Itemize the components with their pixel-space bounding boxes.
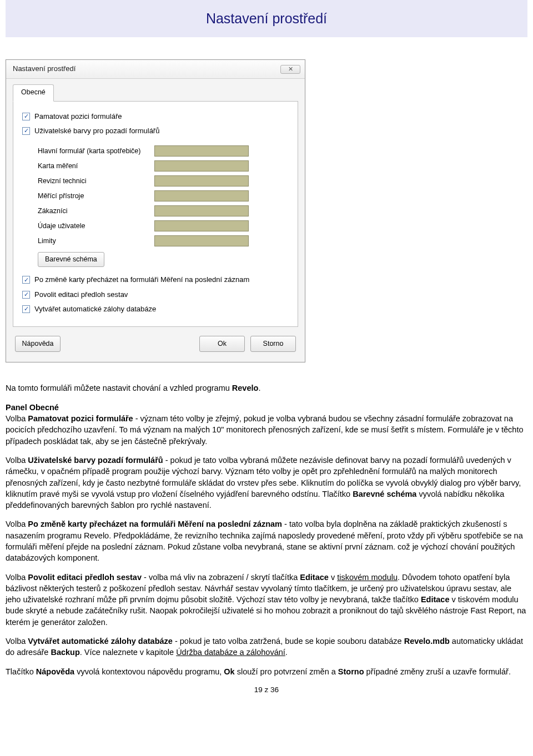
color-row-technicians: Revizní technici: [38, 174, 289, 189]
color-scheme-button[interactable]: Barevné schéma: [38, 252, 104, 268]
checkbox-label: Povolit editaci předloh sestav: [34, 290, 128, 300]
dialog-titlebar: Nastavení prostředí ✕: [6, 60, 305, 79]
ok-button[interactable]: Ok: [199, 336, 245, 352]
checkbox-label: Po změně karty přecházet na formuláři Mě…: [34, 275, 249, 285]
color-swatch[interactable]: [154, 235, 249, 246]
settings-dialog: Nastavení prostředí ✕ Obecné ✓ Pamatovat…: [6, 59, 305, 362]
color-row-instruments: Měřící přístroje: [38, 189, 289, 204]
close-icon[interactable]: ✕: [280, 65, 300, 74]
paragraph-panel-general: Panel Obecné Volba Pamatovat pozici form…: [6, 402, 527, 447]
check-icon: ✓: [22, 127, 30, 135]
checkbox-label: Vytvářet automatické zálohy databáze: [34, 304, 156, 314]
color-swatch[interactable]: [154, 205, 249, 216]
color-label: Hlavní formulář (karta spotřebiče): [38, 147, 154, 157]
color-row-customers: Zákazníci: [38, 204, 289, 219]
link-print-module[interactable]: tiskovém modulu: [337, 573, 398, 582]
color-label: Zákazníci: [38, 206, 154, 216]
color-swatch[interactable]: [154, 160, 249, 172]
page-number: 19 z 36: [6, 685, 527, 695]
dialog-title: Nastavení prostředí: [13, 64, 280, 74]
color-group: Hlavní formulář (karta spotřebiče) Karta…: [22, 138, 289, 273]
page-title: Nastavení prostředí: [6, 0, 527, 37]
color-row-limits: Limity: [38, 234, 289, 249]
paragraph-auto-backup: Volba Vytvářet automatické zálohy databá…: [6, 636, 527, 658]
paragraph-intro: Na tomto formuláři můžete nastavit chová…: [6, 382, 527, 394]
checkbox-goto-last-record[interactable]: ✓ Po změně karty přecházet na formuláři …: [22, 273, 289, 287]
color-label: Údaje uživatele: [38, 221, 154, 231]
document-body: Na tomto formuláři můžete nastavit chová…: [6, 382, 527, 677]
check-icon: ✓: [22, 305, 30, 313]
color-swatch[interactable]: [154, 190, 249, 201]
color-label: Revizní technici: [38, 177, 154, 187]
checkbox-auto-backup[interactable]: ✓ Vytvářet automatické zálohy databáze: [22, 302, 289, 316]
color-row-measurement: Karta měření: [38, 159, 289, 174]
paragraph-allow-edit: Volba Povolit editaci předloh sestav - v…: [6, 572, 527, 628]
cancel-button[interactable]: Storno: [250, 336, 296, 352]
color-swatch[interactable]: [154, 175, 249, 187]
help-button[interactable]: Nápověda: [15, 336, 61, 352]
check-icon: ✓: [22, 276, 30, 284]
color-label: Měřící přístroje: [38, 191, 154, 201]
check-icon: ✓: [22, 291, 30, 299]
color-swatch[interactable]: [154, 145, 249, 157]
checkbox-label: Pamatovat pozici formuláře: [34, 112, 122, 122]
checkbox-remember-position[interactable]: ✓ Pamatovat pozici formuláře: [22, 109, 289, 124]
link-maintenance[interactable]: Údržba databáze a zálohování: [176, 648, 285, 657]
checkbox-allow-template-edit[interactable]: ✓ Povolit editaci předloh sestav: [22, 288, 289, 302]
color-label: Limity: [38, 236, 154, 246]
color-label: Karta měření: [38, 162, 154, 172]
color-row-user-data: Údaje uživatele: [38, 219, 289, 234]
color-swatch[interactable]: [154, 220, 249, 231]
color-row-main-form: Hlavní formulář (karta spotřebiče): [38, 144, 289, 159]
check-icon: ✓: [22, 113, 30, 120]
paragraph-buttons: Tlačítko Nápověda vyvolá kontextovou náp…: [6, 666, 527, 677]
paragraph-user-colors: Volba Uživatelské barvy pozadí formulářů…: [6, 455, 527, 511]
checkbox-label: Uživatelské barvy pro pozadí formulářů: [34, 126, 159, 136]
checkbox-user-colors[interactable]: ✓ Uživatelské barvy pro pozadí formulářů: [22, 124, 289, 138]
paragraph-goto-last: Volba Po změně karty přecházet na formul…: [6, 518, 527, 563]
tab-general[interactable]: Obecné: [13, 84, 54, 102]
